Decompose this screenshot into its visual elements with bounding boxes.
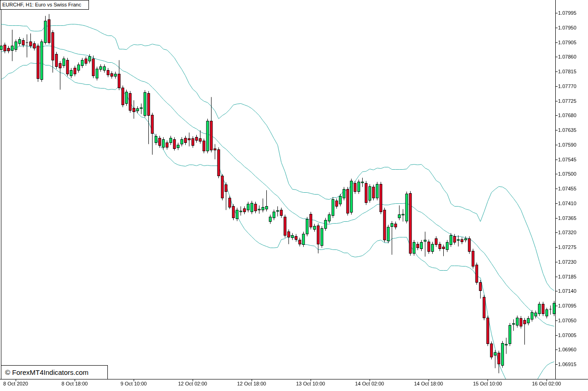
price-axis-label: 1.07185 — [558, 274, 576, 279]
time-axis-label: 12 Oct 02:00 — [178, 381, 207, 386]
time-axis-label: 12 Oct 18:00 — [237, 381, 266, 386]
price-axis-label: 1.06960 — [558, 347, 576, 352]
price-axis-label: 1.07275 — [558, 244, 576, 250]
time-axis-label: 14 Oct 18:00 — [414, 381, 443, 386]
chart-title-box: EURCHF, H1: Euro vs Swiss Franc — [0, 0, 89, 10]
time-axis-label: 16 Oct 02:00 — [532, 381, 561, 386]
watermark-text: © ForexMT4Indicators.com — [5, 368, 88, 376]
time-axis-label: 9 Oct 10:00 — [121, 381, 147, 386]
price-axis-label: 1.07815 — [558, 69, 576, 74]
price-axis-label: 1.07590 — [558, 142, 576, 148]
price-axis-label: 1.06915 — [558, 361, 576, 367]
price-axis-label: 1.07950 — [558, 25, 576, 30]
price-axis-label: 1.07050 — [558, 318, 576, 323]
time-axis-label: 15 Oct 10:00 — [473, 381, 502, 386]
watermark-box: © ForexMT4Indicators.com — [1, 365, 108, 379]
price-axis-label: 1.07770 — [558, 83, 576, 89]
chart-title: EURCHF, H1: Euro vs Swiss Franc — [2, 2, 81, 7]
price-axis-label: 1.07365 — [558, 215, 576, 221]
time-axis-label: 8 Oct 2020 — [3, 381, 28, 386]
price-axis-label: 1.07455 — [558, 186, 576, 191]
price-axis-label: 1.07905 — [558, 40, 576, 45]
price-chart-canvas[interactable] — [0, 0, 588, 391]
price-axis-label: 1.07230 — [558, 259, 576, 265]
price-axis-label: 1.07410 — [558, 201, 576, 206]
price-axis-label: 1.07680 — [558, 113, 576, 118]
time-axis-label: 8 Oct 18:00 — [62, 381, 88, 386]
price-axis-label: 1.07725 — [558, 98, 576, 104]
time-axis-label: 14 Oct 02:00 — [355, 381, 384, 386]
price-axis-label: 1.07095 — [558, 303, 576, 308]
price-axis-label: 1.07320 — [558, 230, 576, 235]
price-axis-label: 1.07635 — [558, 127, 576, 133]
price-axis-label: 1.07005 — [558, 332, 576, 338]
price-axis-label: 1.07500 — [558, 171, 576, 177]
chart-window: EURCHF, H1: Euro vs Swiss Franc © ForexM… — [0, 0, 588, 391]
price-axis-label: 1.07860 — [558, 54, 576, 59]
price-axis-label: 1.07995 — [558, 10, 576, 16]
time-axis-label: 13 Oct 10:00 — [296, 381, 325, 386]
price-axis-label: 1.07140 — [558, 288, 576, 294]
price-axis-label: 1.07545 — [558, 157, 576, 162]
